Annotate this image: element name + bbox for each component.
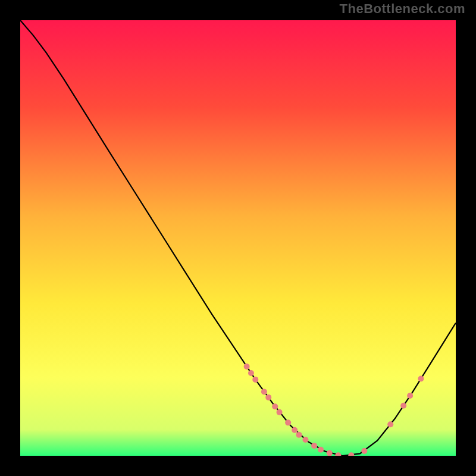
data-point (252, 377, 258, 383)
data-point (292, 427, 298, 433)
data-point (296, 432, 302, 438)
gradient-background (20, 20, 456, 456)
plot-area (20, 20, 456, 456)
watermark-text: TheBottleneck.com (340, 1, 465, 17)
data-point (261, 389, 267, 394)
data-point (318, 447, 324, 453)
data-point (361, 448, 367, 454)
chart-svg (20, 20, 456, 456)
data-point (407, 393, 413, 399)
data-point (302, 437, 308, 443)
data-point (387, 421, 393, 427)
data-point (285, 419, 291, 425)
chart-container: TheBottleneck.com (0, 0, 476, 476)
data-point (311, 443, 317, 449)
data-point (265, 394, 271, 400)
data-point (248, 370, 254, 376)
data-point (244, 364, 250, 369)
data-point (418, 375, 424, 381)
data-point (272, 403, 278, 409)
data-point (400, 403, 406, 409)
data-point (277, 409, 283, 415)
